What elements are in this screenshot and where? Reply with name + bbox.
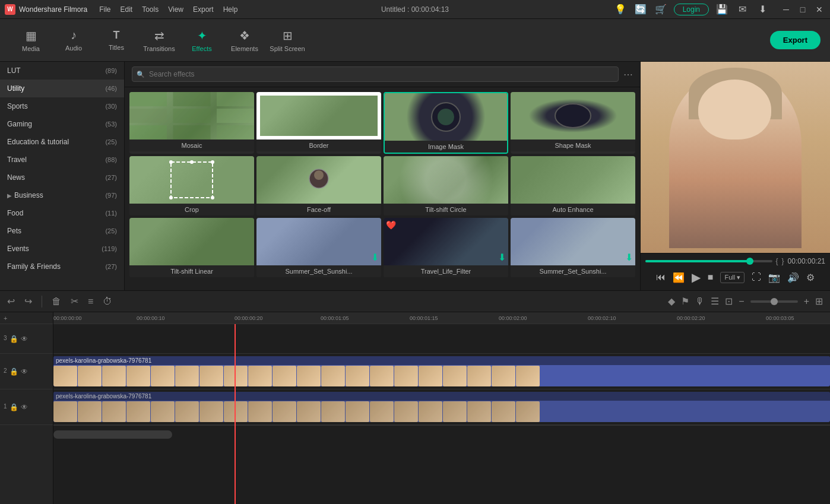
effect-tiltcircle[interactable]: Tilt-shift Circle (384, 156, 508, 215)
audio-tool[interactable]: ♪ Audio (52, 21, 95, 59)
mail-icon[interactable]: ✉ (735, 2, 749, 17)
settings-icon[interactable]: ⚙ (806, 272, 815, 283)
clip-track2[interactable]: pexels-karolina-grabowska-7976781 (53, 356, 830, 386)
track-2-lock[interactable]: 🔒 (9, 367, 18, 376)
effect-summer1[interactable]: ⬇ Summer_Set_Sunshi... (256, 218, 381, 277)
effect-mosaic[interactable]: Mosaic (129, 92, 254, 154)
mic-button[interactable]: 🎙 (695, 296, 705, 307)
effect-shapemask[interactable]: Shape Mask (511, 92, 635, 154)
category-education-count: (25) (105, 138, 117, 145)
maximize-button[interactable]: □ (797, 5, 809, 14)
effects-tool[interactable]: ✦ Effects (180, 21, 223, 59)
menu-tools[interactable]: Tools (142, 5, 159, 14)
effect-border[interactable]: Border (256, 92, 381, 154)
redo-button[interactable]: ↪ (24, 296, 32, 307)
effect-travel[interactable]: ❤️ ⬇ Travel_Life_Filter (384, 218, 508, 277)
snapshot-icon[interactable]: 📷 (768, 272, 780, 283)
rewind-button[interactable]: ⏮ (656, 272, 666, 283)
effect-crop[interactable]: Crop (129, 156, 254, 215)
progress-bar[interactable] (645, 260, 772, 262)
audio-icon: ♪ (71, 28, 77, 42)
fit-button[interactable]: ⊞ (815, 296, 823, 307)
menu-view[interactable]: View (168, 5, 183, 14)
keyframe-button[interactable]: ◆ (668, 296, 675, 307)
clip-track1[interactable]: pexels-karolina-grabowska-7976781 (53, 392, 830, 422)
menu-edit[interactable]: Edit (121, 5, 133, 14)
effect-summer2[interactable]: ⬇ Summer_Set_Sunshi... (511, 218, 635, 277)
category-lut[interactable]: LUT (89) (0, 62, 124, 80)
track-3-lock[interactable]: 🔒 (9, 335, 18, 343)
login-button[interactable]: Login (674, 4, 709, 15)
t1-thumb-9 (248, 401, 272, 422)
play-button[interactable]: ▶ (692, 270, 701, 284)
category-food[interactable]: Food (11) (0, 204, 124, 222)
effect-tiltlinear[interactable]: Tilt-shift Linear (129, 218, 254, 277)
ruler-mark-8: 00:00:03:05 (766, 315, 794, 321)
zoom-in-button[interactable]: + (804, 296, 809, 307)
track-2-eye[interactable]: 👁 (21, 367, 28, 376)
effect-summer1-thumb: ⬇ (256, 218, 381, 265)
category-education[interactable]: Education & tutorial (25) (0, 133, 124, 151)
thumb-5 (151, 366, 175, 386)
elements-tool[interactable]: ❖ Elements (223, 21, 266, 59)
search-input[interactable] (132, 66, 619, 82)
download-icon[interactable]: ⬇ (755, 2, 769, 17)
category-pets[interactable]: Pets (25) (0, 222, 124, 240)
menu-export[interactable]: Export (193, 5, 214, 14)
effect-faceoff[interactable]: Face-off (256, 156, 381, 215)
scroll-thumb[interactable] (53, 430, 172, 439)
add-track-icon[interactable]: + (4, 315, 7, 322)
effects-label: Effects (192, 45, 211, 52)
marker-button[interactable]: ⚑ (681, 296, 689, 307)
quality-selector[interactable]: Full ▾ (720, 272, 745, 283)
audio-adjust-button[interactable]: ≡ (88, 296, 93, 307)
splitscreen-tool[interactable]: ⊞ Split Screen (266, 21, 309, 59)
t1-thumb-2 (78, 401, 102, 422)
category-business-label: Business (14, 191, 105, 199)
menu-file[interactable]: File (99, 5, 110, 14)
category-family[interactable]: Family & Friends (27) (0, 258, 124, 275)
category-news[interactable]: News (27) (0, 169, 124, 186)
undo-button[interactable]: ↩ (7, 296, 15, 307)
category-utility[interactable]: Utility (46) (0, 80, 124, 97)
track-3-eye[interactable]: 👁 (21, 335, 28, 343)
export-button[interactable]: Export (770, 31, 821, 49)
fullscreen-icon[interactable]: ⛶ (752, 272, 761, 283)
category-travel[interactable]: Travel (88) (0, 151, 124, 169)
effect-autoenhance[interactable]: Auto Enhance (511, 156, 635, 215)
category-gaming[interactable]: Gaming (53) (0, 115, 124, 133)
save-icon[interactable]: 💾 (715, 2, 729, 17)
category-pets-label: Pets (7, 227, 105, 235)
media-tool[interactable]: ▦ Media (9, 21, 52, 59)
delete-button[interactable]: 🗑 (52, 296, 61, 307)
refresh-icon[interactable]: 🔄 (633, 2, 648, 17)
cut-button[interactable]: ✂ (71, 296, 78, 307)
pip-button[interactable]: ⊡ (725, 296, 733, 307)
grid-options-icon[interactable]: ⋯ (623, 69, 633, 80)
step-back-button[interactable]: ⏪ (673, 272, 685, 283)
track-1-lock[interactable]: 🔒 (9, 403, 18, 411)
stop-button[interactable]: ■ (708, 272, 714, 283)
close-button[interactable]: ✕ (813, 5, 825, 14)
category-business[interactable]: ▶ Business (97) (0, 186, 124, 204)
minimize-button[interactable]: ─ (780, 5, 792, 14)
track-header-3: 3 🔒 👁 (0, 324, 53, 354)
titles-tool[interactable]: T Titles (95, 21, 138, 59)
zoom-out-button[interactable]: − (739, 296, 744, 307)
cart-icon[interactable]: 🛒 (654, 2, 668, 17)
clip-speed-button[interactable]: ⏱ (103, 296, 112, 307)
subtitle-button[interactable]: ☰ (711, 296, 719, 307)
effect-imagemask-thumb (385, 93, 507, 141)
category-events[interactable]: Events (119) (0, 240, 124, 258)
transitions-tool[interactable]: ⇄ Transitions (138, 21, 180, 59)
effect-imagemask[interactable]: Image Mask (384, 92, 508, 154)
progress-thumb (746, 258, 753, 265)
titlebar: W Wondershare Filmora File Edit Tools Vi… (0, 0, 830, 19)
zoom-slider[interactable] (750, 300, 798, 303)
category-sports[interactable]: Sports (30) (0, 97, 124, 115)
track-1-eye[interactable]: 👁 (21, 403, 28, 411)
menu-help[interactable]: Help (223, 5, 238, 14)
audio-icon[interactable]: 🔊 (787, 272, 799, 283)
lightbulb-icon[interactable]: 💡 (613, 2, 628, 17)
playhead[interactable] (235, 324, 236, 504)
